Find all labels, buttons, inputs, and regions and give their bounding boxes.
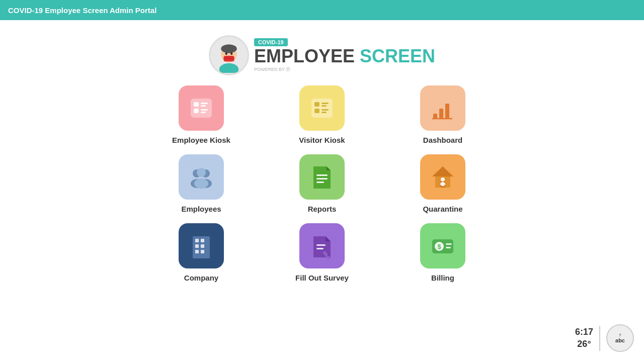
billing-label: Billing <box>431 274 454 282</box>
logo-text-area: COVID-19 EMPLOYEE SCREEN POWERED BY ⓟ <box>254 38 435 73</box>
logo-avatar <box>209 35 249 75</box>
svg-text:$: $ <box>437 243 441 250</box>
employees-icon-box <box>179 154 224 200</box>
company-label: Company <box>184 274 218 282</box>
abc-circle: 7 <box>619 333 621 337</box>
logo-area: COVID-19 EMPLOYEE SCREEN POWERED BY ⓟ <box>0 35 644 75</box>
list2-icon <box>308 95 336 122</box>
fill-survey-label: Fill Out Survey <box>295 274 349 282</box>
time-temp: 6:17 26° <box>575 326 593 350</box>
status-bar: 6:17 26° 7 abc <box>575 324 634 352</box>
svg-rect-10 <box>201 105 206 107</box>
billing-icon: $ <box>429 232 456 259</box>
grid-item-fill-survey[interactable]: Fill Out Survey <box>282 223 362 282</box>
grid-item-employees[interactable]: Employees <box>161 154 242 213</box>
grid-item-company[interactable]: Company <box>161 223 242 282</box>
app-header: COVID-19 Employee Screen Admin Portal <box>0 0 644 20</box>
time-display: 6:17 <box>575 326 593 338</box>
svg-point-3 <box>225 52 227 55</box>
fill-survey-icon-box <box>299 223 345 268</box>
svg-rect-14 <box>311 99 333 118</box>
temp-display: 26° <box>575 338 593 350</box>
svg-rect-42 <box>195 244 199 248</box>
grid-item-visitor-kiosk[interactable]: Visitor Kiosk <box>282 85 362 144</box>
grid-item-reports[interactable]: Reports <box>282 154 362 213</box>
building-icon <box>188 232 215 259</box>
employees-label: Employees <box>181 205 221 213</box>
svg-rect-31 <box>316 174 328 176</box>
svg-rect-44 <box>195 250 199 253</box>
svg-rect-21 <box>433 114 437 119</box>
svg-point-30 <box>194 178 208 189</box>
list-icon <box>188 95 215 122</box>
svg-rect-11 <box>194 109 199 113</box>
reports-icon-box <box>299 154 345 200</box>
svg-point-4 <box>230 52 232 55</box>
svg-point-29 <box>197 168 206 177</box>
visitor-kiosk-icon-box <box>299 85 345 131</box>
svg-rect-15 <box>314 102 319 107</box>
employee-kiosk-label: Employee Kiosk <box>172 136 230 144</box>
svg-rect-16 <box>321 103 329 104</box>
svg-rect-43 <box>201 244 204 248</box>
svg-rect-54 <box>446 247 451 248</box>
abc-logo: 7 abc <box>606 324 634 352</box>
svg-rect-22 <box>439 109 443 119</box>
dashboard-label: Dashboard <box>423 136 462 144</box>
house-person-icon <box>429 163 456 191</box>
doc-icon <box>308 163 336 191</box>
svg-point-0 <box>219 63 239 73</box>
billing-icon-box: $ <box>420 223 465 268</box>
svg-rect-45 <box>201 250 204 253</box>
svg-rect-40 <box>195 239 199 242</box>
svg-rect-23 <box>445 104 449 119</box>
svg-rect-41 <box>201 239 204 242</box>
dashboard-icon-box <box>420 85 465 131</box>
svg-rect-53 <box>446 243 452 245</box>
reports-label: Reports <box>308 205 337 213</box>
header-title: COVID-19 Employee Screen Admin Portal <box>8 6 156 15</box>
svg-rect-47 <box>316 248 324 249</box>
quarantine-icon-box <box>420 154 465 200</box>
logo-container: COVID-19 EMPLOYEE SCREEN POWERED BY ⓟ <box>209 35 435 75</box>
svg-point-38 <box>440 182 445 186</box>
svg-rect-8 <box>194 102 199 107</box>
svg-point-2 <box>221 44 237 53</box>
grid-item-dashboard[interactable]: Dashboard <box>403 85 483 144</box>
svg-rect-7 <box>191 99 212 118</box>
logo-emp: EMPLOYEE <box>254 46 360 66</box>
covid-badge: COVID-19 <box>254 38 288 46</box>
main-grid: Employee Kiosk Visitor Kiosk <box>0 85 644 282</box>
svg-rect-32 <box>316 178 328 179</box>
svg-rect-12 <box>201 109 208 111</box>
svg-rect-17 <box>321 105 327 107</box>
logo-screen: SCREEN <box>360 46 435 66</box>
svg-rect-20 <box>321 112 327 113</box>
svg-rect-19 <box>321 109 329 111</box>
svg-rect-46 <box>316 244 326 246</box>
svg-rect-18 <box>314 109 319 113</box>
people-icon <box>188 163 215 191</box>
visitor-kiosk-label: Visitor Kiosk <box>299 136 345 144</box>
svg-rect-33 <box>316 182 324 183</box>
svg-rect-9 <box>201 103 208 104</box>
svg-point-37 <box>441 177 445 182</box>
bar-chart-icon <box>429 95 456 122</box>
svg-marker-34 <box>432 166 453 176</box>
logo-main-text: EMPLOYEE SCREEN <box>254 47 435 65</box>
status-divider <box>599 326 600 351</box>
employee-kiosk-icon-box <box>179 85 224 131</box>
survey-icon <box>308 232 336 259</box>
grid-item-employee-kiosk[interactable]: Employee Kiosk <box>161 85 242 144</box>
grid-item-quarantine[interactable]: Quarantine <box>403 154 483 213</box>
logo-powered: POWERED BY ⓟ <box>254 66 290 73</box>
company-icon-box <box>179 223 224 268</box>
quarantine-label: Quarantine <box>423 205 462 213</box>
svg-rect-13 <box>201 112 206 113</box>
grid-item-billing[interactable]: $ Billing <box>403 223 483 282</box>
